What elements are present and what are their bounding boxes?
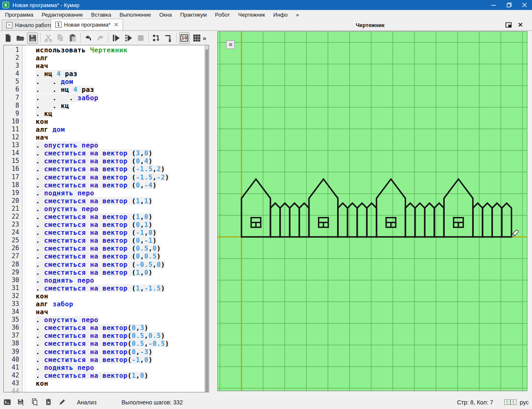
copy-result-button[interactable] <box>31 398 39 406</box>
line-number: 40 <box>4 356 22 364</box>
line-number-gutter: 1234567891011121314151617181920212223242… <box>4 45 22 392</box>
line-number: 11 <box>4 126 22 133</box>
new-program-icon <box>4 34 12 42</box>
console-button[interactable] <box>3 398 11 406</box>
code-line-6: . . нц 4 раз <box>25 86 204 94</box>
step-out-button[interactable] <box>163 32 174 44</box>
code-line-24: . сместиться на вектор (-1,0) <box>25 229 204 237</box>
menu-item-6[interactable]: Робот <box>211 11 234 19</box>
drawer-window-header: Чертежник ✕ <box>214 19 529 31</box>
menu-item-4[interactable]: Окна <box>155 11 176 19</box>
line-number: 19 <box>4 189 22 197</box>
title-bar: К Новая программа* - Кумир <box>0 0 532 10</box>
shift-indicator-icon: ⇧ <box>504 399 510 405</box>
code-line-1: использовать Чертежник <box>25 46 204 54</box>
code-line-42: . сместиться на вектор(1,0) <box>25 372 204 379</box>
save-result-button[interactable] <box>17 398 25 406</box>
line-number: 4 <box>4 70 22 78</box>
new-program-button[interactable] <box>3 32 13 44</box>
code-line-36: . сместиться на вектор(0,3) <box>25 324 204 332</box>
menu-item-0[interactable]: Программа <box>1 11 37 19</box>
show-field-button[interactable] <box>191 32 202 44</box>
code-line-3: нач <box>25 62 204 70</box>
code-line-14: . сместиться на вектор (3,0) <box>25 149 204 157</box>
run-button[interactable] <box>111 32 121 44</box>
menu-item-8[interactable]: Инфо <box>269 11 292 19</box>
line-number: 33 <box>4 300 22 308</box>
code-line-16: . сместиться на вектор (-1.5,2) <box>25 165 204 173</box>
line-number: 32 <box>4 292 22 300</box>
edit-button[interactable] <box>58 398 66 406</box>
tab-close-icon[interactable]: ✕ <box>114 22 118 28</box>
code-line-17: . сместиться на вектор (-1.5,-2) <box>25 173 204 181</box>
code-line-2: алг <box>25 54 204 62</box>
line-number: 34 <box>4 308 22 316</box>
line-number: 25 <box>4 237 22 244</box>
tab-label: Новая программа* <box>64 22 111 28</box>
code-line-15: . сместиться на вектор (0,4) <box>25 157 204 165</box>
line-number: 8 <box>4 102 22 110</box>
menu-item-5[interactable]: Практикум <box>176 11 211 19</box>
undo-button[interactable] <box>83 32 94 44</box>
drawer-canvas: ≡ <box>217 31 527 391</box>
undock-icon <box>505 22 512 28</box>
line-number: 27 <box>4 252 22 260</box>
tab-label: Начало работы <box>15 22 54 28</box>
step-over-button[interactable] <box>151 32 162 44</box>
toolbar-overflow-chevron[interactable]: » <box>203 34 206 42</box>
code-line-21: . опустить перо <box>25 205 204 213</box>
code-line-25: . сместиться на вектор (0,-1) <box>25 237 204 244</box>
scrollbar-thumb[interactable] <box>205 49 208 392</box>
minimize-button[interactable] <box>486 0 501 10</box>
line-number: 20 <box>4 197 22 205</box>
menu-item-1[interactable]: Редактирование <box>37 11 87 19</box>
drawer-field <box>218 32 527 391</box>
code-editor[interactable]: 1234567891011121314151617181920212223242… <box>3 45 209 392</box>
code-line-5: . . дом <box>25 78 204 86</box>
editor-scrollbar[interactable] <box>204 45 209 392</box>
copy-button[interactable] <box>55 32 66 44</box>
tab-1[interactable]: 1Новая программа*✕ <box>51 19 123 30</box>
line-number: 42 <box>4 372 22 379</box>
tab-0[interactable]: ~Начало работы <box>2 20 58 30</box>
code-line-12: нач <box>25 133 204 141</box>
menu-bar: ПрограммаРедактированиеВставкаВыполнение… <box>0 10 532 19</box>
show-margin-10-button[interactable]: 10 <box>179 32 190 44</box>
line-number: 13 <box>4 141 22 149</box>
open-program-button[interactable] <box>15 32 25 44</box>
line-number: 7 <box>4 94 22 102</box>
menu-item-9[interactable]: » <box>292 11 303 19</box>
save-program-button[interactable] <box>27 32 37 44</box>
run-step-icon <box>124 34 133 42</box>
redo-button[interactable] <box>95 32 106 44</box>
run-icon <box>112 34 121 42</box>
menu-item-2[interactable]: Вставка <box>87 11 115 19</box>
status-steps-counter: Выполнено шагов: 332 <box>121 399 183 406</box>
cut-icon <box>44 34 53 42</box>
run-step-button[interactable] <box>123 32 134 44</box>
code-area[interactable]: использовать Чертежникалгнач. нц 4 раз. … <box>25 45 204 392</box>
paste-icon <box>68 34 77 42</box>
code-line-43: кон <box>25 379 204 387</box>
drawer-undock-button[interactable] <box>503 20 515 30</box>
close-button[interactable] <box>517 0 532 10</box>
status-toolbar <box>3 398 66 406</box>
status-mode: Анализ <box>77 399 96 406</box>
line-number: 15 <box>4 157 22 165</box>
code-line-35: . опустить перо <box>25 316 204 324</box>
stop-icon <box>136 34 145 42</box>
capslock-indicator-icon: ⇪ <box>510 399 517 405</box>
line-number: 22 <box>4 213 22 221</box>
paste-button[interactable] <box>67 32 78 44</box>
drawer-close-button[interactable]: ✕ <box>515 20 526 30</box>
menu-item-7[interactable]: Чертежник <box>234 11 269 19</box>
drawer-menu-button[interactable]: ≡ <box>226 40 235 49</box>
code-line-20: . сместиться на вектор (1,1) <box>25 197 204 205</box>
cut-button[interactable] <box>43 32 54 44</box>
code-line-41: . поднять перо <box>25 364 204 372</box>
stop-button[interactable] <box>135 32 146 44</box>
menu-item-3[interactable]: Выполнение <box>115 11 155 19</box>
restore-button[interactable] <box>501 0 517 10</box>
line-number: 37 <box>4 332 22 340</box>
clear-button[interactable] <box>44 398 52 406</box>
